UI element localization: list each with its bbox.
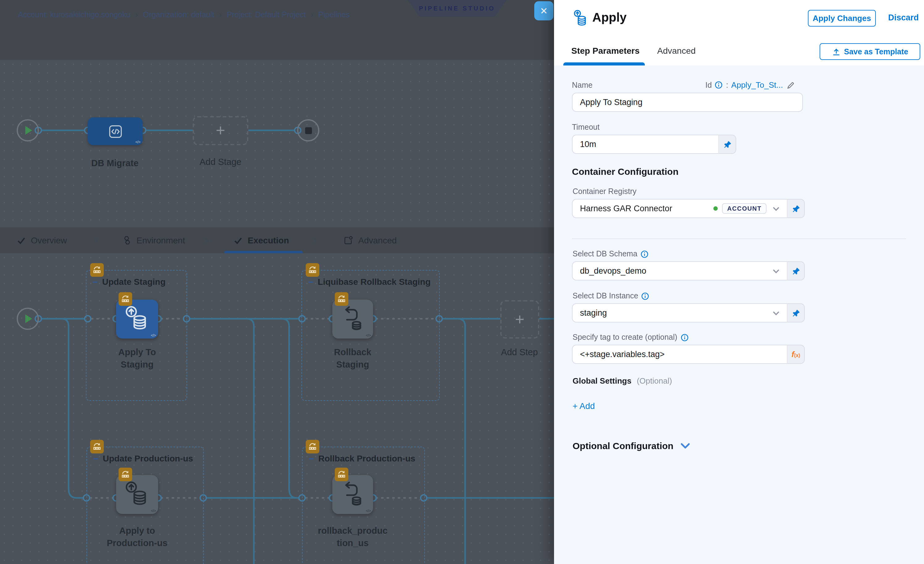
chevron-down-icon[interactable] [772,206,780,211]
fx-icon: f(x) [792,350,800,359]
pipeline-end-node [297,119,320,141]
group-title: Rollback Production-us [318,453,416,463]
pipeline-start-node [16,119,39,141]
info-icon[interactable] [680,333,688,341]
add-global-setting-link[interactable]: + Add [573,401,595,411]
step-label: Apply toProduction-us [88,525,186,549]
container-registry-select[interactable]: Harness GAR Connector ACCOUNT [572,199,787,218]
edit-id-icon[interactable] [786,81,795,89]
info-icon[interactable] [640,250,648,258]
tab-step-parameters[interactable]: Step Parameters [572,46,640,56]
save-as-template-button[interactable]: Save as Template [820,43,920,60]
chevron-right-icon: › [205,234,208,246]
id-separator: : [726,81,728,89]
rolling-deploy-icon [90,263,104,277]
tab-environment[interactable]: Environment [122,227,185,253]
name-value: Apply To Staging [580,98,642,107]
close-panel-button[interactable]: ✕ [534,1,554,20]
expression-fx-button[interactable]: f(x) [787,345,805,364]
registry-runtime-pin-button[interactable] [787,199,805,218]
global-settings-row: Global Settings (Optional) [573,376,672,386]
breadcrumb-project[interactable]: Project: Default Project [226,10,306,19]
id-label: Id [705,81,712,89]
chevron-right-icon: › [313,234,316,246]
chevron-right-icon: › [135,10,138,19]
container-registry-label: Container Registry [573,187,636,196]
db-schema-select[interactable]: db_devops_demo [572,261,787,280]
panel-header: Apply Apply Changes Discard [554,0,924,38]
optional-config-toggle[interactable]: Optional Configuration [573,441,690,451]
collapse-group-icon[interactable]: – [93,279,98,285]
optional-config-label: Optional Configuration [573,441,674,451]
tab-overview[interactable]: Overview [16,227,67,253]
info-icon[interactable] [641,292,650,300]
chevron-right-icon: › [310,10,314,19]
yaml-code-badge: </> [366,508,370,513]
execution-connectors [0,253,554,564]
id-row: Id : Apply_To_St... [705,80,795,90]
plus-icon: + [515,310,524,329]
breadcrumb-organization[interactable]: Organization: default [143,10,214,19]
check-icon [16,236,26,245]
apply-changes-label: Apply Changes [813,14,871,23]
stage-graph-canvas: </> DB Migrate + Add Stage [0,60,554,227]
info-icon[interactable] [715,81,723,89]
db-schema-value: db_devops_demo [580,266,646,276]
breadcrumb: Account: kurosakiichigo.songoku › Organi… [18,10,350,19]
pin-icon [792,267,800,275]
db-schema-runtime-pin-button[interactable] [787,261,805,280]
rolling-deploy-icon [306,263,320,277]
environment-icon [122,236,132,245]
collapse-group-icon[interactable]: – [309,455,314,462]
advanced-settings-icon [344,236,353,245]
rollback-step-icon [339,480,367,508]
yaml-code-badge: </> [366,333,370,337]
step-config-panel: Apply Apply Changes Discard Step Paramet… [554,0,924,564]
chevron-down-icon[interactable] [772,310,780,315]
tab-advanced[interactable]: Advanced [657,46,696,56]
rollback-step-icon [339,304,367,333]
add-stage-label: Add Stage [183,156,258,168]
breadcrumb-pipelines[interactable]: Pipelines [318,10,350,19]
active-tab-underline [224,251,303,253]
custom-stage-icon [106,123,124,140]
tab-advanced[interactable]: Advanced [344,227,397,253]
db-instance-label: Select DB Instance [573,292,650,300]
stop-icon [305,127,312,134]
tab-execution[interactable]: Execution [234,227,289,253]
pipeline-studio-badge: PIPELINE STUDIO [408,0,507,16]
stage-label: DB Migrate [78,157,152,169]
db-instance-runtime-pin-button[interactable] [787,303,805,322]
add-step-button[interactable]: + [500,300,539,339]
timeout-input[interactable]: 10m [572,135,718,154]
step-parameters-form: Name Id : Apply_To_St... Apply To Stagin… [554,66,924,564]
add-step-label: Add Step [482,346,554,358]
collapse-group-icon[interactable]: – [93,455,99,462]
rolling-deploy-icon [90,440,104,453]
pin-icon [792,204,800,213]
connector-status-dot [714,206,718,211]
tag-to-create-input[interactable]: <+stage.variables.tag> [572,345,787,364]
collapse-group-icon[interactable]: – [308,279,314,285]
discard-button[interactable]: Discard [888,13,919,22]
execution-start-node [16,308,39,330]
step-label: rollback_production_us [303,525,402,549]
db-instance-select[interactable]: staging [572,303,787,322]
rolling-deploy-icon [118,292,132,306]
stage-node-db-migrate[interactable]: </> [88,117,142,145]
add-stage-button[interactable]: + [193,116,248,145]
rolling-deploy-icon [335,468,348,481]
rolling-deploy-icon [335,292,348,306]
apply-step-icon [123,480,152,508]
chevron-down-icon[interactable] [772,268,780,273]
timeout-label: Timeout [572,123,599,132]
step-label: Apply ToStaging [100,346,174,370]
breadcrumb-account[interactable]: Account: kurosakiichigo.songoku [18,10,130,19]
name-input[interactable]: Apply To Staging [572,93,803,112]
step-id-value[interactable]: Apply_To_St... [731,80,783,90]
timeout-runtime-pin-button[interactable] [718,135,736,154]
play-icon [26,126,32,135]
pin-icon [792,309,800,317]
apply-changes-button[interactable]: Apply Changes [808,10,876,27]
apply-step-icon [572,9,589,28]
